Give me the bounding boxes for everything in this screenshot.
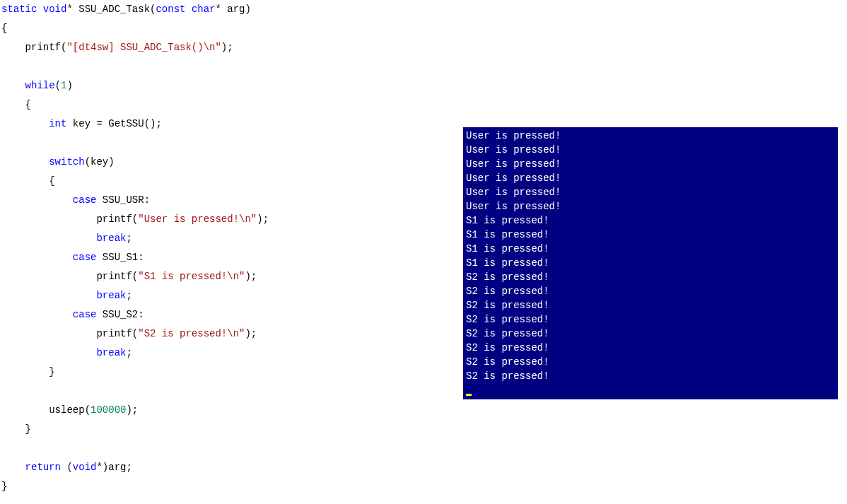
terminal-line: S2 is pressed! [466,298,835,312]
terminal-line: S2 is pressed! [466,341,835,355]
terminal-line: S2 is pressed! [466,284,835,298]
code-line[interactable]: { [1,95,847,115]
code-line[interactable] [1,57,847,76]
code-line[interactable] [1,439,847,458]
terminal-cursor-line [466,383,835,397]
terminal-line: User is pressed! [466,129,835,143]
terminal-line: S1 is pressed! [466,213,835,228]
terminal-line: S2 is pressed! [466,312,835,327]
code-line[interactable]: printf("[dt4sw] SSU_ADC_Task()\n"); [1,38,847,57]
terminal-line: S2 is pressed! [466,270,835,284]
code-line[interactable]: return (void*)arg; [1,458,847,477]
terminal-line: S1 is pressed! [466,242,835,256]
code-line[interactable]: usleep(100000); [1,401,847,420]
terminal-line: S1 is pressed! [466,228,835,242]
terminal-line: User is pressed! [466,171,835,185]
terminal-line: User is pressed! [466,185,835,199]
terminal-line: User is pressed! [466,157,835,171]
code-line[interactable]: } [1,420,847,439]
terminal-line: S2 is pressed! [466,355,835,369]
terminal-line: S2 is pressed! [466,369,835,383]
code-line[interactable]: while(1) [1,76,847,95]
terminal-output: User is pressed!User is pressed!User is … [463,127,838,399]
code-line[interactable]: } [1,477,847,496]
terminal-line: User is pressed! [466,143,835,157]
terminal-line: S1 is pressed! [466,256,835,270]
code-line[interactable]: { [1,19,847,38]
terminal-line: S2 is pressed! [466,327,835,341]
code-line[interactable]: static void* SSU_ADC_Task(const char* ar… [1,0,847,19]
cursor-icon [466,394,472,396]
terminal-line: User is pressed! [466,199,835,213]
